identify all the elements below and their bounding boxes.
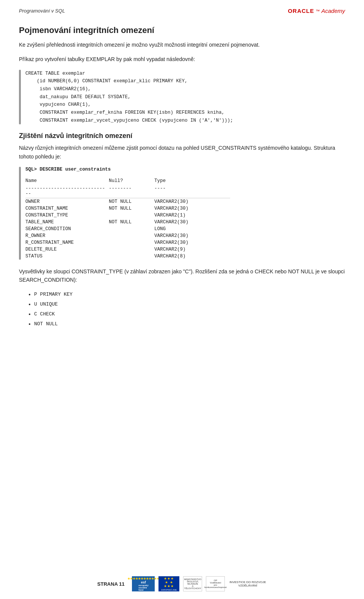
describe-command: SQL> DESCRIBE user_constraints <box>25 167 230 172</box>
cell-name: STATUS <box>25 253 109 260</box>
ms-label: MINISTERSTVOŠKOLSTVÍ,MLÁDEŽEA TĚLOVÝCHOV… <box>184 578 202 590</box>
list-item: U UNIQUE <box>34 300 345 309</box>
esf-stars: ★★★★★★★★★★★★ <box>127 577 159 580</box>
cell-type: VARCHAR2(9) <box>154 246 230 253</box>
command-intro: Příkaz pro vytvoření tabulky EXEMPLAR by… <box>19 55 345 63</box>
esf-sublabel: evropskýsociálnífond <box>138 584 148 591</box>
cell-type: VARCHAR2(8) <box>154 253 230 260</box>
esf-logo: ★★★★★★★★★★★★ esf evropskýsociálnífond <box>132 576 155 591</box>
eu-label: EVROPSKÁ UNIE <box>161 589 177 591</box>
cell-type: VARCHAR2(30) <box>154 219 230 226</box>
main-heading: Pojmenování integritních omezení <box>19 25 345 35</box>
section2-heading: Zjištění názvů integritních omezení <box>19 132 345 140</box>
table-row: TABLE_NAME NOT NULL VARCHAR2(30) <box>25 219 230 226</box>
describe-table: Name Null? Type ------------------------… <box>25 177 230 260</box>
list-item: P PRIMARY KEY <box>34 290 345 300</box>
cell-name: TABLE_NAME <box>25 219 109 226</box>
cell-name: SEARCH_CONDITION <box>25 226 109 232</box>
oracle-label: ORACLE <box>288 8 314 14</box>
mk-logo: OPVzděláváníprokonkurenceschopnost <box>206 576 225 591</box>
describe-cmd-content: SQL> DESCRIBE user_constraints Name Null… <box>25 167 230 260</box>
table-row: R_OWNER VARCHAR2(30) <box>25 232 230 239</box>
cell-null <box>109 232 154 239</box>
list-item: NOT NULL <box>34 319 345 329</box>
table-row: R_CONSTRAINT_NAME VARCHAR2(30) <box>25 239 230 246</box>
table-row: DELETE_RULE VARCHAR2(9) <box>25 246 230 253</box>
sep-type: ---- <box>154 186 230 198</box>
describe-cmd-wrapper: SQL> DESCRIBE user_constraints Name Null… <box>19 167 345 260</box>
list-item: C CHECK <box>34 309 345 319</box>
page-number: STRANA 11 <box>97 581 125 587</box>
cell-name: R_OWNER <box>25 232 109 239</box>
code-left-bar <box>19 70 21 124</box>
cell-type: VARCHAR2(1) <box>154 212 230 219</box>
academy-label: Academy <box>321 8 345 14</box>
cell-name: CONSTRAINT_NAME <box>25 205 109 212</box>
cell-null: NOT NULL <box>109 219 154 226</box>
code-block-wrapper: CREATE TABLE exemplar (id NUMBER(6,0) CO… <box>19 70 345 124</box>
invest-text: INVESTICE DO ROZVOJE VZDĚLÁVÁNÍ <box>229 580 267 587</box>
eu-stars: ★★★★ ★★★★ <box>164 577 174 588</box>
esf-label: esf <box>141 580 146 584</box>
cell-name: CONSTRAINT_TYPE <box>25 212 109 219</box>
cell-null <box>109 253 154 260</box>
ms-logo: MINISTERSTVOŠKOLSTVÍ,MLÁDEŽEA TĚLOVÝCHOV… <box>183 576 202 591</box>
mk-label: OPVzděláváníprokonkurenceschopnost <box>204 579 226 588</box>
separator-row: ------------------------------ -------- … <box>25 186 230 198</box>
describe-left-bar <box>19 167 21 260</box>
cell-null: NOT NULL <box>109 198 154 205</box>
page-footer: STRANA 11 ★★★★★★★★★★★★ esf evropskýsociá… <box>0 576 364 591</box>
col-header-null: Null? <box>109 177 154 186</box>
sep-null: -------- <box>109 186 154 198</box>
header-logo: ORACLE ™ Academy <box>288 8 345 14</box>
table-row: CONSTRAINT_NAME NOT NULL VARCHAR2(30) <box>25 205 230 212</box>
explanation-text: Vysvětlivky ke sloupci CONSTRAINT_TYPE (… <box>19 267 345 284</box>
cell-null <box>109 246 154 253</box>
describe-block: SQL> DESCRIBE user_constraints Name Null… <box>19 167 345 260</box>
page-header: Programování v SQL ORACLE ™ Academy <box>19 8 345 14</box>
table-row: STATUS VARCHAR2(8) <box>25 253 230 260</box>
cell-type: LONG <box>154 226 230 232</box>
cell-type: VARCHAR2(30) <box>154 205 230 212</box>
intro-text: Ke zvýšení přehlednosti integritních ome… <box>19 41 345 49</box>
cell-type: VARCHAR2(30) <box>154 239 230 246</box>
section2-text: Názvy různých integritních omezení můžem… <box>19 144 345 161</box>
cell-null <box>109 226 154 232</box>
code-block: CREATE TABLE exemplar (id NUMBER(6,0) CO… <box>25 70 233 124</box>
footer-logos: ★★★★★★★★★★★★ esf evropskýsociálnífond ★★… <box>132 576 267 591</box>
col-header-type: Type <box>154 177 230 186</box>
col-header-name: Name <box>25 177 109 186</box>
cell-type: VARCHAR2(30) <box>154 198 230 205</box>
cell-null <box>109 239 154 246</box>
bullet-list: P PRIMARY KEYU UNIQUEC CHECK NOT NULL <box>34 290 345 329</box>
header-title-left: Programování v SQL <box>19 8 65 14</box>
cell-name: DELETE_RULE <box>25 246 109 253</box>
cell-name: R_CONSTRAINT_NAME <box>25 239 109 246</box>
cell-null: NOT NULL <box>109 205 154 212</box>
table-header-row: Name Null? Type <box>25 177 230 186</box>
table-row: OWNER NOT NULL VARCHAR2(30) <box>25 198 230 205</box>
sep-name: ------------------------------ <box>25 186 109 198</box>
table-row: CONSTRAINT_TYPE VARCHAR2(1) <box>25 212 230 219</box>
table-row: SEARCH_CONDITION LONG <box>25 226 230 232</box>
eu-logo: ★★★★ ★★★★ EVROPSKÁ UNIE <box>158 576 179 591</box>
cell-type: VARCHAR2(30) <box>154 232 230 239</box>
trademark-icon: ™ <box>315 9 320 13</box>
cell-name: OWNER <box>25 198 109 205</box>
cell-null <box>109 212 154 219</box>
